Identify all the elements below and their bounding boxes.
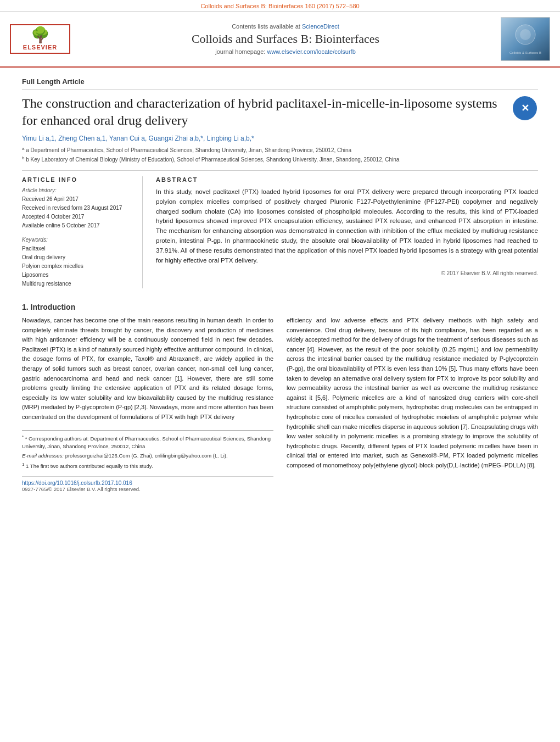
- intro-section-title: 1. Introduction: [22, 303, 538, 311]
- doi-copyright: 0927-7765/© 2017 Elsevier B.V. All right…: [22, 486, 273, 492]
- article-history-section: Article history: Received 26 April 2017 …: [22, 187, 133, 230]
- history-online: Available online 5 October 2017: [22, 221, 133, 230]
- svg-text:Colloids & Surfaces B: Colloids & Surfaces B: [509, 51, 541, 54]
- cover-image: Colloids & Surfaces B: [501, 18, 550, 60]
- history-received: Received 26 April 2017: [22, 195, 133, 204]
- footnote-1: 1 1 The first two authors contributed eq…: [22, 461, 273, 470]
- affiliation-b: b b Key Laboratory of Chemical Biology (…: [22, 155, 538, 164]
- keywords-section: Keywords: Paclitaxel Oral drug delivery …: [22, 237, 133, 288]
- keyword-5: Multidrug resistance: [22, 280, 133, 288]
- history-revised: Received in revised form 23 August 2017: [22, 204, 133, 213]
- abstract-panel: ABSTRACT In this study, novel paclitaxel…: [156, 176, 538, 288]
- crossmark-badge[interactable]: ✕: [512, 95, 538, 121]
- affiliation-a: a a Department of Pharmaceutics, School …: [22, 146, 538, 154]
- keyword-2: Oral drug delivery: [22, 253, 133, 262]
- abstract-label: ABSTRACT: [156, 176, 538, 183]
- email-note: E-mail addresses: professorguizhai@126.C…: [22, 452, 273, 460]
- keyword-1: Paclitaxel: [22, 244, 133, 253]
- intro-right-column: efficiency and low adverse effects and P…: [287, 316, 538, 492]
- article-info-panel: ARTICLE INFO Article history: Received 2…: [22, 176, 143, 288]
- doi-link[interactable]: https://doi.org/10.1016/j.colsurfb.2017.…: [22, 480, 273, 486]
- intro-right-text: efficiency and low adverse effects and P…: [287, 316, 538, 471]
- elsevier-logo: 🌳 ELSEVIER: [10, 24, 70, 54]
- keyword-3: Polyion complex micelles: [22, 262, 133, 271]
- journal-center-header: Contents lists available at ScienceDirec…: [70, 23, 501, 55]
- journal-reference-bar: Colloids and Surfaces B: Biointerfaces 1…: [0, 0, 560, 12]
- sciencedirect-label: Contents lists available at ScienceDirec…: [70, 23, 501, 30]
- journal-reference-text: Colloids and Surfaces B: Biointerfaces 1…: [200, 3, 359, 9]
- corresponding-note: * * Corresponding authors at: Department…: [22, 434, 273, 451]
- keywords-label: Keywords:: [22, 237, 133, 243]
- svg-point-2: [520, 29, 531, 40]
- article-type: Full Length Article: [22, 77, 538, 90]
- authors-list: Yimu Li a,1, Zheng Chen a,1, Yanan Cui a…: [22, 135, 538, 142]
- abstract-copyright: © 2017 Elsevier B.V. All rights reserved…: [156, 270, 538, 276]
- intro-left-column: Nowadays, cancer has become one of the m…: [22, 316, 273, 492]
- footnotes-section: * * Corresponding authors at: Department…: [22, 430, 273, 471]
- keyword-4: Liposomes: [22, 271, 133, 280]
- abstract-text: In this study, novel paclitaxel (PTX) lo…: [156, 187, 538, 266]
- journal-title: Colloids and Surfaces B: Biointerfaces: [70, 32, 501, 46]
- elsevier-brand-text: ELSEVIER: [23, 44, 57, 51]
- elsevier-tree-icon: 🌳: [31, 27, 50, 43]
- article-info-abstract-section: ARTICLE INFO Article history: Received 2…: [22, 170, 538, 288]
- article-title: The construction and characterization of…: [22, 95, 503, 129]
- doi-section: https://doi.org/10.1016/j.colsurfb.2017.…: [22, 476, 273, 492]
- journal-header: 🌳 ELSEVIER Contents lists available at S…: [0, 12, 560, 68]
- journal-cover-thumbnail: Colloids & Surfaces B: [501, 17, 550, 61]
- article-title-row: The construction and characterization of…: [22, 95, 538, 129]
- intro-two-column: Nowadays, cancer has become one of the m…: [22, 316, 538, 492]
- history-accepted: Accepted 4 October 2017: [22, 213, 133, 221]
- history-label: Article history:: [22, 187, 133, 193]
- crossmark-icon: ✕: [513, 96, 537, 120]
- journal-homepage: journal homepage: www.elsevier.com/locat…: [70, 48, 501, 55]
- intro-left-text: Nowadays, cancer has become one of the m…: [22, 316, 273, 422]
- homepage-link[interactable]: www.elsevier.com/locate/colsurfb: [267, 48, 355, 55]
- sciencedirect-link[interactable]: ScienceDirect: [302, 23, 339, 30]
- affiliations: a a Department of Pharmaceutics, School …: [22, 146, 538, 164]
- article-info-label: ARTICLE INFO: [22, 176, 133, 183]
- article-container: Full Length Article The construction and…: [0, 68, 560, 294]
- body-section: 1. Introduction Nowadays, cancer has bec…: [0, 294, 560, 498]
